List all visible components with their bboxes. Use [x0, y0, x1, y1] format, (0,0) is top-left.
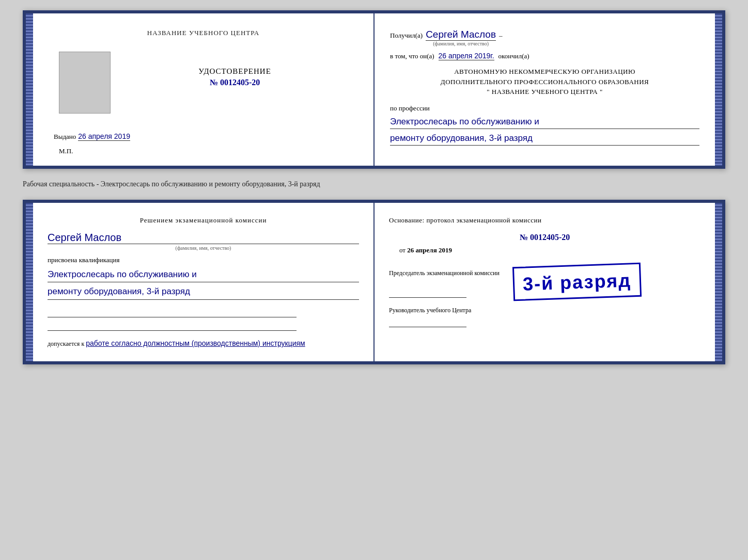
udost-label: УДОСТОВЕРЕНИЕ	[117, 67, 353, 76]
chairman-label-text: Председатель экзаменационной комиссии	[389, 269, 500, 277]
profession-hw2: ремонту оборудования, 3-й разряд	[390, 131, 699, 146]
profession-block: по профессии Электрослесарь по обслужива…	[390, 104, 699, 146]
received-prefix: Получил(а)	[390, 31, 423, 40]
sig-line-2	[48, 321, 297, 331]
dopusk-block: допускается к работе согласно должностны…	[48, 338, 359, 349]
org-name-left: НАЗВАНИЕ УЧЕБНОГО ЦЕНТРА	[147, 29, 259, 37]
osnov-label: Основание: протокол экзаменационной коми…	[389, 215, 700, 226]
bottom-certificate: Решением экзаменационной комиссии Сергей…	[23, 200, 725, 364]
recipient-name: Сергей Маслов	[426, 29, 496, 41]
dopusk-hw: работе согласно должностным (производств…	[86, 339, 305, 347]
commission-title: Решением экзаменационной комиссии	[48, 215, 359, 226]
bottom-cert-right: Основание: протокол экзаменационной коми…	[375, 203, 715, 361]
chairman-sig	[389, 287, 466, 298]
bottom-right-strip	[715, 203, 722, 361]
bottom-left-strip	[26, 203, 33, 361]
right-decorative-strip	[715, 13, 722, 166]
date-line: от 26 апреля 2019	[389, 246, 700, 254]
photo-placeholder	[59, 52, 111, 114]
signature-lines	[48, 307, 359, 331]
protocol-num: № 0012405-20	[389, 233, 700, 242]
issued-row: Выдано 26 апреля 2019	[54, 132, 353, 141]
rukov-label-text: Руководитель учебного Центра	[389, 307, 471, 314]
that-date: 26 апреля 2019г.	[439, 52, 494, 60]
assigned-label: присвоена квалификация	[48, 256, 359, 264]
fio-label-top: (фамилия, имя, отчество)	[426, 41, 496, 46]
issued-prefix: Выдано	[54, 133, 76, 141]
org-block: АВТОНОМНУЮ НЕКОММЕРЧЕСКУЮ ОРГАНИЗАЦИЮ ДО…	[390, 67, 699, 97]
qual-hw1: Электрослесарь по обслуживанию и	[48, 267, 359, 283]
person-name: Сергей Маслов	[48, 232, 359, 244]
qual-hw2: ремонту оборудования, 3-й разряд	[48, 284, 359, 300]
stamp: 3-й разряд	[512, 262, 642, 301]
mp-label: М.П.	[59, 147, 73, 155]
profession-hw1: Электрослесарь по обслуживанию и	[390, 115, 699, 129]
rukov-label: Руководитель учебного Центра	[389, 306, 500, 315]
top-cert-right: Получил(а) Сергей Маслов (фамилия, имя, …	[375, 13, 715, 166]
top-certificate: НАЗВАНИЕ УЧЕБНОГО ЦЕНТРА УДОСТОВЕРЕНИЕ №…	[23, 10, 725, 169]
org-line2: ДОПОЛНИТЕЛЬНОГО ПРОФЕССИОНАЛЬНОГО ОБРАЗО…	[390, 77, 699, 87]
chairman-label: Председатель экзаменационной комиссии	[389, 269, 500, 278]
left-decorative-strip	[26, 13, 33, 166]
bottom-cert-left: Решением экзаменационной комиссии Сергей…	[33, 203, 375, 361]
fio-label-bottom: (фамилия, имя, отчество)	[48, 245, 359, 251]
sig-line-1	[48, 307, 297, 317]
udost-block: УДОСТОВЕРЕНИЕ № 0012405-20	[117, 67, 353, 87]
between-label: Рабочая специальность - Электрослесарь п…	[23, 178, 725, 190]
udost-num: № 0012405-20	[210, 78, 260, 87]
profession-prefix: по профессии	[390, 104, 430, 112]
dopusk-prefix: допускается к	[48, 340, 84, 347]
top-cert-left: НАЗВАНИЕ УЧЕБНОГО ЦЕНТРА УДОСТОВЕРЕНИЕ №…	[33, 13, 375, 166]
between-label-text: Рабочая специальность - Электрослесарь п…	[23, 180, 320, 188]
that-prefix: в том, что он(а)	[390, 52, 434, 60]
date-val: 26 апреля 2019	[407, 246, 452, 254]
date-prefix: от	[399, 246, 406, 254]
stamp-big-text: 3-й разряд	[522, 269, 631, 295]
org-quote: " НАЗВАНИЕ УЧЕБНОГО ЦЕНТРА "	[390, 87, 699, 97]
org-line1: АВТОНОМНУЮ НЕКОММЕРЧЕСКУЮ ОРГАНИЗАЦИЮ	[390, 67, 699, 77]
rukov-sig	[389, 317, 466, 327]
that-suffix: окончил(а)	[498, 52, 529, 60]
issued-date: 26 апреля 2019	[78, 132, 130, 141]
